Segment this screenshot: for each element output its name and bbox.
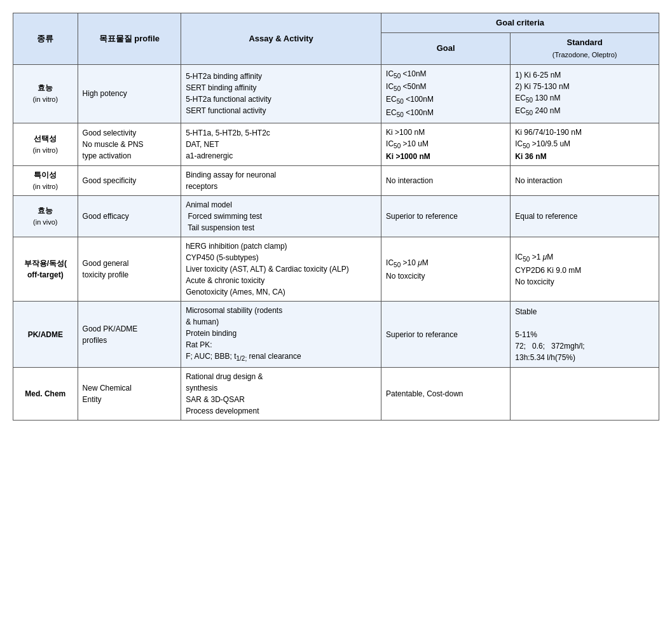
- col-assay-header: Assay & Activity: [181, 13, 381, 65]
- standard-specificity: No interaction: [511, 166, 659, 196]
- table-row: 효능(in vivo) Good efficacy Animal model F…: [13, 196, 659, 237]
- standard-hyoneung-vitro: 1) Ki 6-25 nM 2) Ki 75-130 nM EC50 130 n…: [511, 64, 659, 123]
- profile-specificity: Good specificity: [78, 166, 181, 196]
- goal-pk-adme: Superior to referance: [381, 302, 511, 367]
- col-goal-criteria-header: Goal criteria: [381, 13, 659, 33]
- table-row: 부작용/독성(off-target) Good generaltoxicity …: [13, 237, 659, 302]
- assay-specificity: Binding assay for neuronalreceptors: [181, 166, 381, 196]
- col-profile-header: 목표물질 profile: [78, 13, 181, 65]
- jongyu-med-chem: Med. Chem: [13, 367, 78, 420]
- table-row: PK/ADME Good PK/ADMEprofiles Microsomal …: [13, 302, 659, 367]
- table-row: Med. Chem New ChemicalEntity Rational dr…: [13, 367, 659, 420]
- jongyu-selectivity: 선택성(in vitro): [13, 123, 78, 166]
- assay-hyoneung-vitro: 5-HT2a binding affinity SERT binding aff…: [181, 64, 381, 123]
- jongyu-hyoneung-vitro: 효능(in vitro): [13, 64, 78, 123]
- standard-med-chem: [511, 367, 659, 420]
- assay-efficacy-vivo: Animal model Forced swimming test Tail s…: [181, 196, 381, 237]
- col-goal-header: Goal: [381, 32, 511, 64]
- drug-profile-table: 종류 목표물질 profile Assay & Activity Goal cr…: [13, 13, 659, 421]
- table-row: 선택성(in vitro) Good selectivityNo muscle …: [13, 123, 659, 166]
- standard-side-effects: IC50 >1 μM CYP2D6 Ki 9.0 mM No toxcicity: [511, 237, 659, 302]
- assay-pk-adme: Microsomal stability (rodents& human) Pr…: [181, 302, 381, 367]
- standard-sublabel: (Trazodone, Oleptro): [552, 51, 617, 59]
- goal-hyoneung-vitro: IC50 <10nM IC50 <50nM EC50 <100nM EC50 <…: [381, 64, 511, 123]
- jongyu-specificity: 특이성(in vitro): [13, 166, 78, 196]
- goal-efficacy-vivo: Superior to reference: [381, 196, 511, 237]
- profile-side-effects: Good generaltoxicity profile: [78, 237, 181, 302]
- profile-efficacy-vivo: Good efficacy: [78, 196, 181, 237]
- table-row: 특이성(in vitro) Good specificity Binding a…: [13, 166, 659, 196]
- main-table-container: 종류 목표물질 profile Assay & Activity Goal cr…: [13, 13, 659, 421]
- profile-hyoneung-vitro: High potency: [78, 64, 181, 123]
- assay-selectivity: 5-HT1a, 5-HT2b, 5-HT2c DAT, NET a1-adren…: [181, 123, 381, 166]
- goal-med-chem: Patentable, Cost-down: [381, 367, 511, 420]
- standard-selectivity: Ki 96/74/10-190 nM IC50 >10/9.5 uM Ki 36…: [511, 123, 659, 166]
- col-jongyu-header: 종류: [13, 13, 78, 65]
- table-row: 효능(in vitro) High potency 5-HT2a binding…: [13, 64, 659, 123]
- profile-pk-adme: Good PK/ADMEprofiles: [78, 302, 181, 367]
- goal-selectivity: Ki >100 nM IC50 >10 uM Ki >1000 nM: [381, 123, 511, 166]
- assay-med-chem: Rational drug design &synthesis SAR & 3D…: [181, 367, 381, 420]
- goal-specificity: No interaction: [381, 166, 511, 196]
- jongyu-side-effects: 부작용/독성(off-target): [13, 237, 78, 302]
- col-standard-header: Standard (Trazodone, Oleptro): [511, 32, 659, 64]
- standard-pk-adme: Stable 5-11% 72; 0.6; 372mgh/l; 13h:5.34…: [511, 302, 659, 367]
- jongyu-efficacy-vivo: 효능(in vivo): [13, 196, 78, 237]
- assay-side-effects: hERG inhibition (patch clamp) CYP450 (5-…: [181, 237, 381, 302]
- profile-selectivity: Good selectivityNo muscle & PNStype acti…: [78, 123, 181, 166]
- standard-efficacy-vivo: Equal to reference: [511, 196, 659, 237]
- jongyu-pk-adme: PK/ADME: [13, 302, 78, 367]
- profile-med-chem: New ChemicalEntity: [78, 367, 181, 420]
- goal-side-effects: IC50 >10 μM No toxcicity: [381, 237, 511, 302]
- standard-label: Standard: [566, 38, 602, 47]
- header-row-1: 종류 목표물질 profile Assay & Activity Goal cr…: [13, 13, 659, 33]
